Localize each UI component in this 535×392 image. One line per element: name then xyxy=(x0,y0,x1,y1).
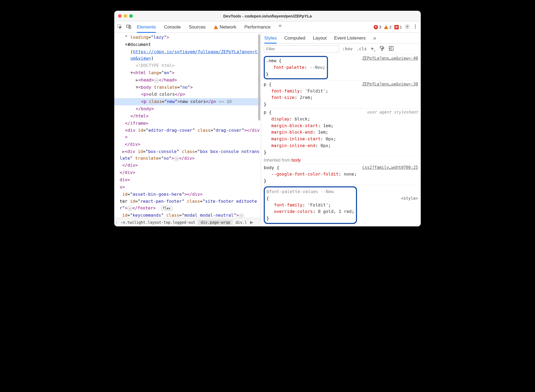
svg-point-6 xyxy=(415,28,416,28)
styles-body[interactable]: .new {font-palette: --New;}ZEPpYLa?ano…u… xyxy=(261,54,421,226)
tab-network[interactable]: Network xyxy=(214,22,236,32)
dom-line[interactable]: ▼#document xyxy=(114,41,261,48)
more-tabs-button[interactable]: » xyxy=(373,35,376,41)
violation-icon: ⊘ xyxy=(394,25,399,29)
paint-icon[interactable] xyxy=(379,46,385,52)
breadcrumb: ‹ ›n.twilight.layout-top.logged-out div.… xyxy=(114,218,261,226)
dom-line[interactable]: </div> xyxy=(114,169,261,176)
tab-styles[interactable]: Styles xyxy=(264,34,277,42)
svg-point-4 xyxy=(415,25,416,26)
devtools-window: DevTools - codepen.io/sofiayem/pen/ZEPpY… xyxy=(114,11,421,226)
dom-line[interactable]: ▼<html lang="en"> xyxy=(114,69,261,77)
rule-source-link[interactable]: css2?family…wght@700:25 xyxy=(362,165,418,171)
dom-line[interactable]: id="keycommands" class="modal modal-neut… xyxy=(114,212,261,218)
more-menu-button[interactable] xyxy=(413,24,418,30)
warning-icon xyxy=(214,25,218,29)
dom-line[interactable]: </iframe> xyxy=(114,120,261,127)
breadcrumb-item[interactable]: ›n.twilight.layout-top.logged-out xyxy=(118,220,198,225)
breadcrumb-scroll-right[interactable]: ▶ xyxy=(249,220,254,225)
dom-line[interactable]: div> xyxy=(114,176,261,184)
dom-line[interactable]: v> xyxy=(114,184,261,191)
dom-tree[interactable]: " loading="lazy">▼#document(https://cdpn… xyxy=(114,33,261,218)
dom-line[interactable]: ▼<body translate="no"> xyxy=(114,84,261,91)
new-rule-button[interactable]: +▾ xyxy=(370,45,376,52)
dom-line[interactable]: <!DOCTYPE html> xyxy=(114,62,261,69)
breadcrumb-scroll-left[interactable]: ‹ xyxy=(115,220,118,225)
minimize-window-button[interactable] xyxy=(124,14,127,18)
warning-count[interactable]: 2 xyxy=(384,25,391,29)
dom-line[interactable]: (https://cdpn.io/sofiayem/fullpage/ZEPpY… xyxy=(114,48,261,62)
css-rule[interactable]: user agent stylesheetp {display: block;m… xyxy=(264,108,418,156)
dom-line[interactable]: </div> xyxy=(114,141,261,148)
tab-console[interactable]: Console xyxy=(164,22,181,32)
violation-count[interactable]: ⊘1 xyxy=(394,25,402,29)
rule-source-link[interactable]: <style> xyxy=(401,195,418,202)
main-content: " loading="lazy">▼#document(https://cdpn… xyxy=(114,33,421,226)
error-count[interactable]: ✕3 xyxy=(374,25,381,29)
hov-toggle[interactable]: :hov xyxy=(342,46,353,51)
svg-point-5 xyxy=(415,26,416,27)
tab-elements[interactable]: Elements xyxy=(137,22,156,32)
settings-button[interactable] xyxy=(405,24,410,30)
dom-line[interactable]: <p>old colors</p> xyxy=(114,91,261,98)
error-icon: ✕ xyxy=(374,25,378,29)
more-tabs-button[interactable]: » xyxy=(279,22,281,32)
scrollbar-thumb[interactable] xyxy=(258,34,260,120)
tab-event-listeners[interactable]: Event Listeners xyxy=(334,34,366,42)
window-title: DevTools - codepen.io/sofiayem/pen/ZEPpY… xyxy=(223,14,312,18)
filter-input[interactable]: Filter xyxy=(264,45,339,52)
rule-source-link[interactable]: ZEPpYLa?ano…ue&view=:40 xyxy=(362,55,418,62)
breadcrumb-item[interactable]: div.l xyxy=(233,220,249,225)
main-toolbar: Elements Console Sources Network Perform… xyxy=(114,22,421,33)
css-rule[interactable]: ZEPpYLa?ano…ue&view=:30p {font-family: '… xyxy=(264,80,418,108)
dom-line[interactable]: id="asset-bin-goes-here"></div> xyxy=(114,191,261,198)
close-window-button[interactable] xyxy=(118,14,122,18)
dom-line[interactable]: </body> xyxy=(114,105,261,113)
warning-icon xyxy=(384,25,388,29)
breadcrumb-item[interactable]: div.page-wrap xyxy=(198,220,233,225)
dom-line[interactable]: </html> xyxy=(114,113,261,120)
dom-line[interactable]: </div> xyxy=(114,162,261,169)
dom-line[interactable]: <div id="editor-drag-cover" class="drag-… xyxy=(114,127,261,141)
svg-rect-8 xyxy=(382,49,383,50)
device-toggle-icon[interactable] xyxy=(126,24,131,30)
dom-line[interactable]: <p class="new">new colors</p> == $0 xyxy=(114,98,261,105)
tab-sources[interactable]: Sources xyxy=(189,22,205,32)
tab-performance[interactable]: Performance xyxy=(244,22,270,32)
svg-point-3 xyxy=(407,26,408,27)
elements-panel: " loading="lazy">▼#document(https://cdpn… xyxy=(114,33,261,226)
dom-line[interactable]: ▶<head>⋯</head> xyxy=(114,77,261,84)
css-rule[interactable]: css2?family…wght@700:25body {--google-fo… xyxy=(264,164,418,185)
svg-rect-7 xyxy=(380,46,383,48)
dom-line[interactable]: ter id="react-pen-footer" class="site-fo… xyxy=(114,198,261,212)
rule-source-link[interactable]: user agent stylesheet xyxy=(367,109,418,115)
zoom-window-button[interactable] xyxy=(129,14,133,18)
titlebar: DevTools - codepen.io/sofiayem/pen/ZEPpY… xyxy=(114,11,421,22)
css-rule[interactable]: @font-palette-values --New{font-family: … xyxy=(264,185,418,224)
tab-layout[interactable]: Layout xyxy=(313,34,327,42)
rule-source-link[interactable]: ZEPpYLa?ano…ue&view=:30 xyxy=(362,81,418,87)
styles-panel: Styles Computed Layout Event Listeners »… xyxy=(261,33,421,226)
dom-line[interactable]: " loading="lazy"> xyxy=(114,34,261,41)
toggle-computed-icon[interactable] xyxy=(388,46,394,52)
inspect-icon[interactable] xyxy=(117,24,122,30)
dom-line[interactable]: ▶<div id="box-console" class="box box-co… xyxy=(114,148,261,162)
inherited-header: Inherited from body xyxy=(264,156,418,164)
css-rule[interactable]: .new {font-palette: --New;}ZEPpYLa?ano…u… xyxy=(264,55,418,80)
tab-computed[interactable]: Computed xyxy=(284,34,305,42)
cls-toggle[interactable]: .cls xyxy=(356,46,367,51)
